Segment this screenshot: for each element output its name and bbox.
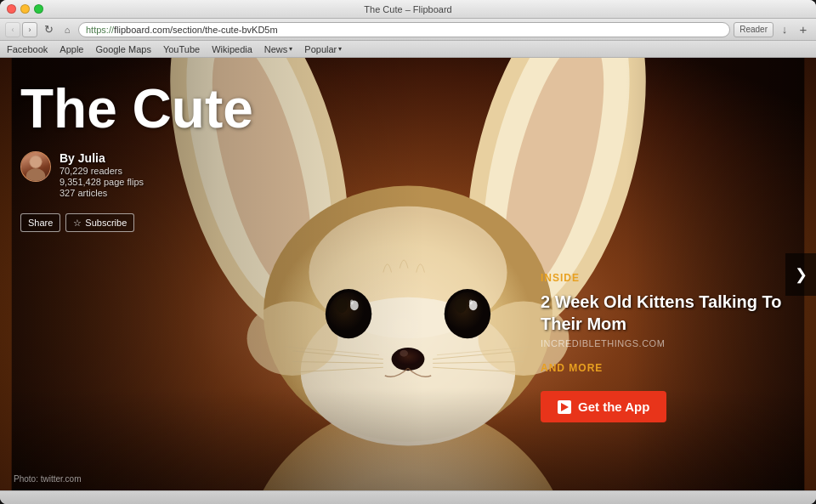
url-https: https:// — [86, 25, 114, 35]
bookmarks-bar: Facebook Apple Google Maps YouTube Wikip… — [0, 41, 816, 58]
bookmark-news[interactable]: News ▾ — [264, 44, 293, 54]
browser-status-bar — [0, 490, 816, 504]
flipboard-icon — [558, 400, 571, 414]
author-name: By Julia — [60, 151, 144, 165]
svg-point-39 — [30, 156, 41, 167]
svg-point-19 — [448, 292, 488, 336]
reader-button[interactable]: Reader — [734, 22, 774, 37]
inside-panel: INSIDE 2 Week Old Kittens Talking To The… — [541, 272, 796, 422]
minimize-button[interactable] — [20, 4, 30, 14]
stat-readers: 70,229 readers — [60, 166, 144, 176]
bookmark-facebook[interactable]: Facebook — [7, 44, 48, 54]
subscribe-button[interactable]: ☆ Subscribe — [65, 213, 134, 232]
action-buttons: Share ☆ Subscribe — [20, 213, 134, 232]
nav-buttons: ‹ › — [5, 22, 37, 37]
svg-point-20 — [455, 298, 467, 313]
inside-source: INCREDIBLETHINGS.COM — [541, 338, 796, 348]
photo-credit: Photo: twitter.com — [14, 474, 81, 484]
refresh-button[interactable]: ↻ — [41, 22, 56, 37]
browser-window: The Cute – Flipboard ‹ › ↻ ⌂ https://fli… — [0, 0, 816, 504]
hero-title: The Cute — [20, 82, 253, 136]
stat-page-flips: 9,351,428 page flips — [60, 177, 144, 187]
content-area: The Cute By Julia 70,229 readers 9 — [0, 58, 816, 490]
svg-point-22 — [469, 300, 473, 305]
browser-toolbar: ‹ › ↻ ⌂ https://flipboard.com/section/th… — [0, 19, 816, 41]
bookmark-youtube[interactable]: YouTube — [163, 44, 200, 54]
next-arrow[interactable]: ❯ — [785, 253, 816, 296]
svg-point-38 — [26, 168, 46, 182]
downloads-icon[interactable]: ↓ — [777, 22, 792, 37]
stat-articles: 327 articles — [60, 188, 144, 198]
close-button[interactable] — [7, 4, 16, 14]
author-section: By Julia 70,229 readers 9,351,428 page f… — [20, 151, 144, 198]
url-rest: flipboard.com/section/the-cute-bvKD5m — [114, 25, 278, 35]
traffic-lights — [7, 4, 43, 14]
share-button[interactable]: Share — [20, 213, 60, 232]
inside-article-title: 2 Week Old Kittens Talking To Their Mom — [541, 291, 796, 335]
window-title: The Cute – Flipboard — [364, 4, 451, 14]
inside-label: INSIDE — [541, 272, 796, 284]
bookmark-apple[interactable]: Apple — [60, 44, 83, 54]
author-avatar — [20, 151, 51, 182]
bookmark-popular[interactable]: Popular ▾ — [304, 44, 342, 54]
maximize-button[interactable] — [34, 4, 43, 14]
home-button[interactable]: ⌂ — [60, 22, 75, 37]
and-more-label: AND MORE — [541, 362, 796, 374]
bookmark-wikipedia[interactable]: Wikipedia — [212, 44, 252, 54]
add-tab-icon[interactable]: + — [796, 22, 811, 37]
forward-button[interactable]: › — [22, 22, 37, 37]
back-button[interactable]: ‹ — [5, 22, 20, 37]
address-bar[interactable]: https://flipboard.com/section/the-cute-b… — [78, 22, 730, 37]
author-info: By Julia 70,229 readers 9,351,428 page f… — [60, 151, 144, 198]
bookmark-google-maps[interactable]: Google Maps — [95, 44, 150, 54]
title-bar: The Cute – Flipboard — [0, 0, 816, 19]
get-app-button[interactable]: Get the App — [541, 391, 666, 422]
